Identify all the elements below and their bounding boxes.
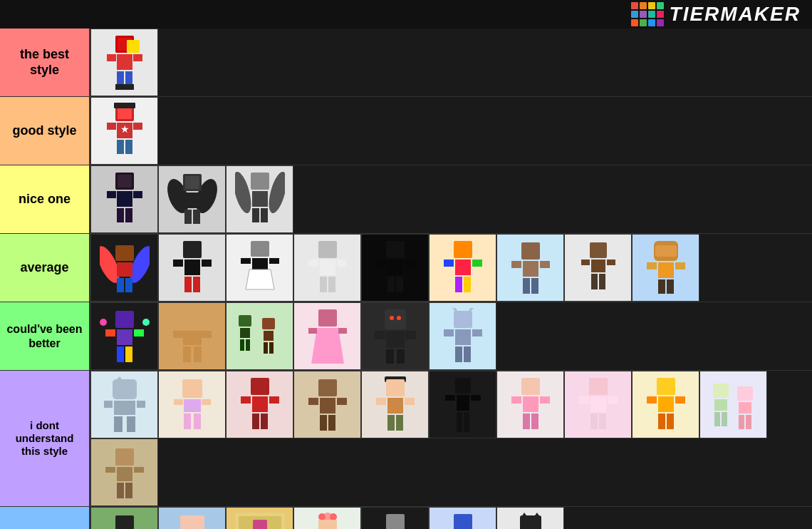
tier-label-b: nice one	[0, 165, 89, 233]
tier-item[interactable]	[361, 234, 429, 302]
tier-label-s: the best style	[0, 29, 89, 96]
character-figure	[362, 303, 428, 369]
svg-rect-124	[386, 331, 405, 348]
tier-item[interactable]	[361, 371, 429, 438]
tier-item[interactable]	[699, 371, 767, 438]
svg-rect-115	[264, 342, 268, 354]
tier-item[interactable]: ★	[90, 97, 158, 165]
svg-rect-199	[739, 415, 744, 429]
svg-rect-155	[261, 414, 268, 429]
svg-rect-76	[511, 261, 521, 268]
tier-item[interactable]	[293, 302, 361, 370]
tier-item[interactable]	[429, 507, 496, 529]
tier-item[interactable]	[429, 234, 496, 302]
svg-rect-175	[521, 378, 540, 395]
svg-rect-194	[714, 399, 727, 411]
tier-item[interactable]	[496, 234, 564, 302]
tier-item[interactable]	[293, 507, 361, 529]
svg-rect-149	[194, 414, 201, 429]
svg-rect-132	[455, 329, 471, 345]
logo-cell	[631, 2, 638, 9]
svg-rect-98	[134, 329, 144, 337]
tier-row-e: i dont understand this style	[0, 371, 812, 507]
svg-rect-131	[454, 311, 472, 328]
tier-item[interactable]	[90, 438, 158, 506]
tier-items-a: ★	[89, 97, 812, 165]
svg-rect-58	[308, 260, 318, 267]
svg-rect-156	[318, 379, 337, 396]
tier-list: the best style	[0, 29, 812, 529]
svg-rect-78	[523, 278, 530, 294]
svg-rect-166	[405, 398, 415, 405]
svg-rect-116	[269, 342, 274, 354]
tier-item[interactable]	[226, 371, 293, 438]
tier-item[interactable]	[158, 507, 226, 529]
svg-rect-87	[655, 245, 677, 257]
tier-item[interactable]	[226, 302, 293, 370]
character-figure	[700, 371, 766, 438]
svg-line-129	[452, 308, 457, 311]
tier-items-d	[89, 302, 812, 370]
tier-item[interactable]	[158, 234, 226, 302]
svg-rect-31	[184, 210, 192, 224]
tier-item[interactable]	[226, 234, 293, 302]
tier-item[interactable]	[293, 234, 361, 302]
character-figure	[227, 371, 293, 438]
svg-rect-152	[241, 396, 251, 404]
tier-row-f: ugly	[0, 507, 812, 529]
svg-rect-7	[133, 54, 142, 61]
svg-point-123	[397, 316, 401, 320]
tier-item[interactable]	[90, 234, 158, 302]
svg-rect-213	[180, 515, 204, 530]
tier-item[interactable]	[90, 371, 158, 438]
character-figure	[91, 371, 157, 438]
tier-item[interactable]	[632, 371, 699, 438]
logo-cell	[657, 11, 664, 18]
tier-item[interactable]	[293, 371, 361, 438]
tier-item[interactable]	[496, 371, 564, 438]
svg-point-122	[390, 316, 394, 320]
svg-rect-111	[240, 339, 244, 351]
svg-rect-154	[252, 414, 259, 429]
svg-rect-25	[133, 191, 142, 198]
tier-item[interactable]	[429, 302, 496, 370]
character-figure	[430, 371, 496, 438]
tier-item[interactable]	[361, 507, 429, 529]
character-figure	[294, 303, 360, 369]
tier-item[interactable]	[158, 302, 226, 370]
tier-item[interactable]	[429, 371, 496, 438]
svg-rect-18	[133, 123, 142, 130]
tier-item[interactable]	[90, 165, 158, 233]
character-figure	[159, 235, 225, 301]
character-figure: ★	[91, 98, 157, 164]
svg-rect-196	[722, 412, 727, 426]
svg-rect-56	[318, 241, 337, 258]
svg-rect-120	[338, 328, 347, 334]
tier-item[interactable]	[158, 165, 226, 233]
svg-rect-62	[386, 241, 405, 258]
tier-item[interactable]	[226, 507, 293, 529]
svg-rect-207	[115, 515, 134, 530]
svg-rect-103	[182, 311, 203, 329]
tier-item[interactable]	[226, 165, 293, 233]
svg-rect-21	[117, 191, 132, 207]
tier-item[interactable]	[90, 302, 158, 370]
tier-item[interactable]	[158, 371, 226, 438]
tier-item[interactable]	[564, 371, 632, 438]
tier-row-a: good style ★	[0, 97, 812, 165]
logo-cell	[631, 19, 638, 26]
svg-rect-99	[117, 346, 124, 362]
tier-item[interactable]	[632, 234, 699, 302]
svg-rect-236	[386, 514, 405, 530]
character-figure	[91, 508, 157, 529]
character-figure	[633, 235, 699, 301]
tier-item[interactable]	[496, 507, 564, 529]
tier-item[interactable]	[361, 302, 429, 370]
tier-item[interactable]	[90, 29, 158, 96]
svg-rect-141	[137, 401, 145, 408]
tier-row-b: nice one	[0, 165, 812, 234]
tier-item[interactable]	[90, 507, 158, 529]
svg-rect-100	[125, 346, 132, 362]
svg-rect-133	[444, 329, 454, 337]
tier-item[interactable]	[564, 234, 632, 302]
